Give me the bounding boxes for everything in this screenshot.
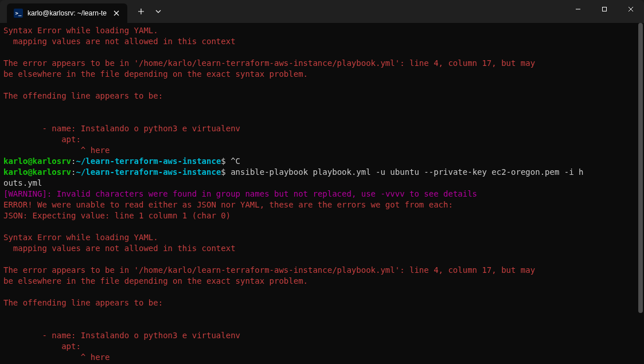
svg-rect-0 <box>603 7 607 11</box>
chevron-down-icon <box>155 10 161 13</box>
window-controls <box>565 0 644 23</box>
close-icon <box>114 10 119 16</box>
maximize-icon <box>602 6 607 12</box>
titlebar: >_ karlo@karlosrv: ~/learn-terraf <box>0 0 644 23</box>
tab-dropdown-button[interactable] <box>150 2 166 21</box>
plus-icon <box>138 8 145 15</box>
powershell-icon: >_ <box>14 9 23 18</box>
maximize-button[interactable] <box>591 0 618 18</box>
terminal-content: Syntax Error while loading YAML. mapping… <box>3 25 641 364</box>
minimize-icon <box>575 6 581 12</box>
tab-close-button[interactable] <box>111 8 122 18</box>
tab-active[interactable]: >_ karlo@karlosrv: ~/learn-terraf <box>7 3 127 23</box>
new-tab-button[interactable] <box>132 2 150 21</box>
minimize-button[interactable] <box>565 0 591 18</box>
close-icon <box>628 6 634 12</box>
tab-title: karlo@karlosrv: ~/learn-terraf <box>28 9 107 17</box>
scrollbar[interactable] <box>638 23 643 364</box>
scrollbar-thumb[interactable] <box>638 23 643 313</box>
close-button[interactable] <box>618 0 644 18</box>
terminal-area[interactable]: Syntax Error while loading YAML. mapping… <box>0 23 644 364</box>
